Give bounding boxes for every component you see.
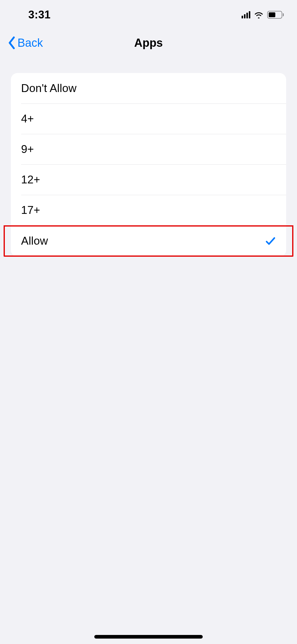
option-allow[interactable]: Allow: [4, 225, 293, 257]
option-label: 9+: [21, 143, 34, 156]
status-indicators: [242, 11, 284, 19]
option-label: 4+: [21, 113, 34, 125]
option-label: 17+: [21, 204, 40, 217]
page-title: Apps: [134, 36, 163, 49]
back-label: Back: [17, 36, 43, 49]
option-label: 12+: [21, 173, 40, 186]
status-time: 3:31: [28, 8, 51, 21]
navigation-bar: Back Apps: [0, 28, 297, 57]
chevron-left-icon: [8, 36, 16, 49]
option-9plus[interactable]: 9+: [11, 134, 286, 164]
checkmark-icon: [265, 236, 276, 246]
battery-icon: [267, 11, 284, 19]
option-4plus[interactable]: 4+: [11, 103, 286, 134]
option-label: Allow: [21, 235, 48, 247]
option-label: Don't Allow: [21, 82, 77, 95]
option-17plus[interactable]: 17+: [11, 195, 286, 225]
status-bar: 3:31: [0, 0, 297, 21]
options-list: Don't Allow 4+ 9+ 12+ 17+ Allow: [11, 73, 286, 257]
option-12plus[interactable]: 12+: [11, 164, 286, 195]
cellular-icon: [242, 11, 250, 18]
back-button[interactable]: Back: [8, 36, 43, 49]
option-dont-allow[interactable]: Don't Allow: [11, 73, 286, 103]
wifi-icon: [254, 11, 264, 18]
home-indicator[interactable]: [94, 635, 203, 639]
